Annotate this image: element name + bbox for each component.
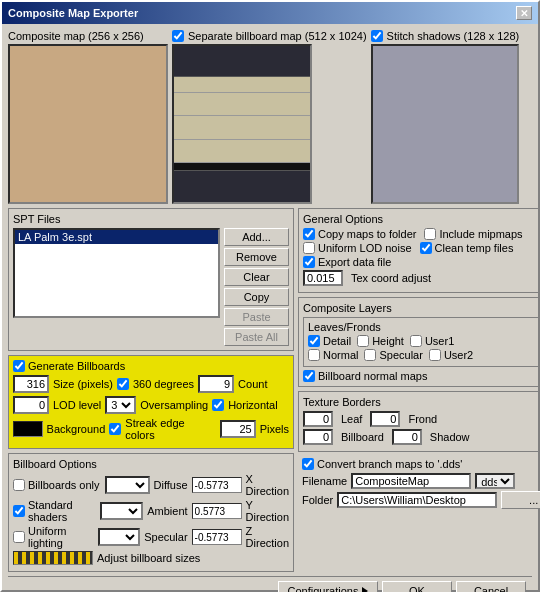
oversampling-select[interactable]: 3124 — [105, 396, 136, 414]
user1-checkbox[interactable] — [410, 335, 422, 347]
configurations-button[interactable]: Configurations — [278, 581, 378, 592]
configurations-label: Configurations — [288, 585, 359, 592]
specular-dir-label: Specular — [144, 531, 187, 543]
preview-row: Composite map (256 x 256) Separate billb… — [8, 30, 532, 204]
user2-label: User2 — [444, 349, 473, 361]
clean-temp-label: Clean temp files — [435, 242, 514, 254]
spt-title: SPT Files — [13, 213, 289, 225]
horizontal-checkbox[interactable] — [212, 399, 224, 411]
filename-label: Filename — [302, 475, 347, 487]
diffuse-label: Diffuse — [154, 479, 188, 491]
standard-shaders-label: Standard shaders — [28, 499, 96, 523]
background-label: Background — [47, 423, 106, 435]
close-button[interactable]: ✕ — [516, 6, 532, 20]
background-color-box[interactable] — [13, 421, 43, 437]
composite-layers-title: Composite Layers — [303, 302, 540, 314]
height-checkbox[interactable] — [357, 335, 369, 347]
billboard-checkbox[interactable] — [172, 30, 184, 42]
diffuse-select[interactable] — [105, 476, 150, 494]
user2-checkbox[interactable] — [429, 349, 441, 361]
frond-border-input[interactable] — [370, 411, 400, 427]
folder-input[interactable] — [337, 492, 497, 508]
size-input[interactable] — [13, 375, 49, 393]
leaves-group: Leaves/Fronds Detail Height — [303, 317, 540, 367]
adjust-bar[interactable] — [13, 551, 93, 565]
shadow-label: Stitch shadows (128 x 128) — [387, 30, 520, 42]
degrees-checkbox[interactable] — [117, 378, 129, 390]
clean-temp-checkbox[interactable] — [420, 242, 432, 254]
general-options-title: General Options — [303, 213, 540, 225]
copy-button[interactable]: Copy — [224, 288, 289, 306]
pixels-input[interactable] — [220, 420, 256, 438]
ext-select[interactable]: ddspngtga — [475, 473, 515, 489]
pixels-label: Pixels — [260, 423, 289, 435]
normal-label: Normal — [323, 349, 358, 361]
leaf-border-input[interactable] — [303, 411, 333, 427]
tex-coord-label: Tex coord adjust — [351, 272, 431, 284]
composite-label: Composite map (256 x 256) — [8, 30, 144, 42]
shadow-border-label: Shadow — [430, 431, 470, 443]
generate-billboards-checkbox[interactable] — [13, 360, 25, 372]
spt-list-item[interactable]: LA Palm 3e.spt — [15, 230, 218, 244]
copy-maps-checkbox[interactable] — [303, 228, 315, 240]
convert-checkbox[interactable] — [302, 458, 314, 470]
x-dir-label: X Direction — [246, 473, 289, 497]
horizontal-label: Horizontal — [228, 399, 278, 411]
uniform-lighting-checkbox[interactable] — [13, 531, 25, 543]
bottom-bar: Configurations OK Cancel — [8, 576, 532, 592]
standard-shaders-checkbox[interactable] — [13, 505, 25, 517]
ambient-label: Ambient — [147, 505, 187, 517]
include-mipmaps-checkbox[interactable] — [424, 228, 436, 240]
billboard-border-input[interactable] — [303, 429, 333, 445]
tex-coord-input[interactable] — [303, 270, 343, 286]
include-mipmaps-label: Include mipmaps — [439, 228, 522, 240]
shadow-preview-box: Stitch shadows (128 x 128) — [371, 30, 520, 204]
ok-button[interactable]: OK — [382, 581, 452, 592]
billboard-normal-checkbox[interactable] — [303, 370, 315, 382]
shadow-border-input[interactable] — [392, 429, 422, 445]
specular-label: Specular — [379, 349, 422, 361]
texture-borders-title: Texture Borders — [303, 396, 540, 408]
y-dir-input[interactable] — [192, 503, 242, 519]
browse-button[interactable]: ... — [501, 491, 540, 509]
uniform-lod-checkbox[interactable] — [303, 242, 315, 254]
spt-panel: SPT Files LA Palm 3e.spt Add... Remove C… — [8, 208, 294, 351]
billboard-options-panel: Billboard Options Billboards only Diffus… — [8, 453, 294, 572]
detail-checkbox[interactable] — [308, 335, 320, 347]
count-input[interactable] — [198, 375, 234, 393]
specular-select[interactable] — [98, 528, 140, 546]
remove-button[interactable]: Remove — [224, 248, 289, 266]
specular-checkbox[interactable] — [364, 349, 376, 361]
export-data-label: Export data file — [318, 256, 391, 268]
composite-preview-box: Composite map (256 x 256) — [8, 30, 168, 204]
clear-button[interactable]: Clear — [224, 268, 289, 286]
streak-checkbox[interactable] — [109, 423, 121, 435]
billboards-only-checkbox[interactable] — [13, 479, 25, 491]
add-button[interactable]: Add... — [224, 228, 289, 246]
cancel-button[interactable]: Cancel — [456, 581, 526, 592]
ambient-select[interactable] — [100, 502, 143, 520]
spt-buttons: Add... Remove Clear Copy Paste Paste All — [224, 228, 289, 346]
general-options-panel: General Options Copy maps to folder Incl… — [298, 208, 540, 293]
normal-checkbox[interactable] — [308, 349, 320, 361]
shadow-checkbox[interactable] — [371, 30, 383, 42]
main-window: Composite Map Exporter ✕ Composite map (… — [0, 0, 540, 592]
z-dir-label: Z Direction — [246, 525, 289, 549]
billboard-preview-box: Separate billboard map (512 x 1024) — [172, 30, 367, 204]
lod-input[interactable] — [13, 396, 49, 414]
shadow-preview-image — [371, 44, 519, 204]
spt-list[interactable]: LA Palm 3e.spt — [13, 228, 220, 318]
lod-label: LOD level — [53, 399, 101, 411]
billboards-only-label: Billboards only — [28, 479, 100, 491]
billboard-options-title: Billboard Options — [13, 458, 289, 470]
leaf-label: Leaf — [341, 413, 362, 425]
uniform-lod-label: Uniform LOD noise — [318, 242, 412, 254]
z-dir-input[interactable] — [192, 529, 242, 545]
paste-all-button[interactable]: Paste All — [224, 328, 289, 346]
convert-label: Convert branch maps to '.dds' — [317, 458, 462, 470]
paste-button[interactable]: Paste — [224, 308, 289, 326]
export-data-checkbox[interactable] — [303, 256, 315, 268]
x-dir-input[interactable] — [192, 477, 242, 493]
filename-input[interactable] — [351, 473, 471, 489]
copy-maps-label: Copy maps to folder — [318, 228, 416, 240]
